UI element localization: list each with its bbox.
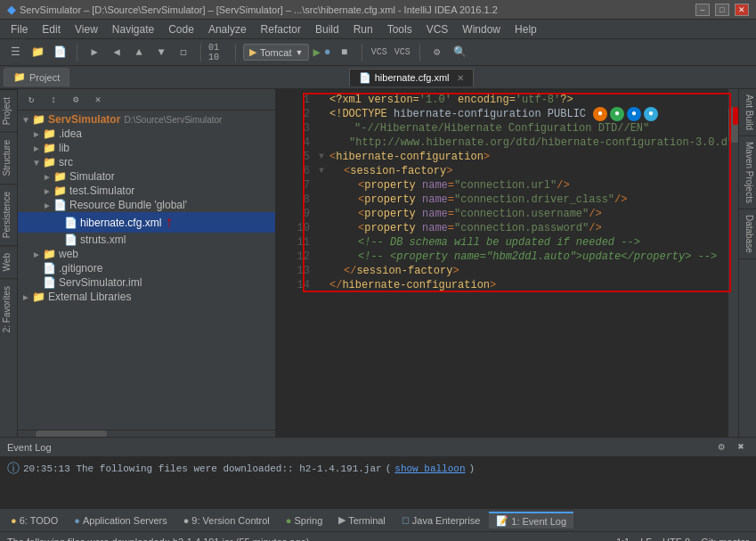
event-log-link[interactable]: show balloon — [394, 463, 465, 474]
chrome-icon: ● — [610, 107, 624, 121]
sidebar-structure-label[interactable]: Structure — [0, 132, 17, 184]
event-log-link-open: ( — [386, 463, 392, 474]
title-text: ServSimulator – [D:\Source\ServSimulator… — [20, 4, 498, 15]
sidebar-favorites-label[interactable]: 2: Favorites — [0, 278, 17, 340]
tree-web[interactable]: ► 📁 web — [18, 247, 275, 261]
toolbar-layout-icon[interactable]: 01 10 — [208, 43, 228, 62]
sidebar-web-label[interactable]: Web — [0, 245, 17, 278]
tree-root-path: D:\Source\ServSimulator — [124, 115, 222, 125]
tree-gitignore[interactable]: 📄 .gitignore — [18, 261, 275, 275]
file-tab-hibernate[interactable]: 📄 hibernate.cfg.xml ✕ — [349, 69, 474, 86]
vcs-btn-1[interactable]: VCS — [370, 43, 389, 62]
project-tab-label: Project — [29, 72, 60, 83]
toolbar-btn-5[interactable]: ◻ — [174, 43, 193, 62]
hibernate-tab-label: hibernate.cfg.xml — [375, 72, 450, 83]
tab-app-servers[interactable]: ● Application Servers — [67, 513, 174, 528]
fold-1[interactable] — [319, 93, 329, 107]
status-git: Git: master — [701, 537, 749, 542]
editor-scrollbar[interactable] — [728, 89, 738, 437]
tab-java-enterprise[interactable]: ◻ Java Enterprise — [394, 512, 487, 528]
tab-todo[interactable]: ● 6: TODO — [4, 513, 65, 528]
debug-button[interactable]: ● — [324, 45, 331, 59]
tab-version-control[interactable]: ● 9: Version Control — [176, 513, 277, 528]
settings-button[interactable]: ⚙ — [427, 43, 447, 62]
minimize-button[interactable]: – — [695, 4, 710, 16]
tab-terminal[interactable]: ▶ Terminal — [331, 512, 393, 528]
right-antbuild-label[interactable]: Ant Build — [739, 89, 756, 136]
event-log-settings[interactable]: ⚙ — [713, 439, 729, 455]
sidebar-persistence-label[interactable]: Persistence — [0, 184, 17, 245]
toolbar-btn-2[interactable]: ◀ — [107, 43, 126, 62]
tree-iml[interactable]: 📄 ServSimulator.iml — [18, 275, 275, 290]
tree-arrow-ext: ► — [21, 292, 32, 302]
tree-ext-label: External Libraries — [48, 291, 131, 303]
tree-web-label: web — [59, 248, 78, 260]
proj-settings-btn[interactable]: ⚙ — [66, 90, 85, 110]
tomcat-selector[interactable]: ▶ Tomcat ▼ — [243, 44, 309, 61]
toolbar-src-icon[interactable]: 📁 — [28, 43, 47, 62]
project-toolbar: ↻ ↕ ⚙ ✕ — [18, 89, 275, 111]
menu-help[interactable]: Help — [508, 21, 544, 37]
proj-close-btn[interactable]: ✕ — [88, 90, 108, 110]
right-maven-label[interactable]: Maven Projects — [739, 136, 756, 209]
tab-spring[interactable]: ● Spring — [279, 513, 329, 528]
toolbar-btn-1[interactable]: ▶ — [85, 43, 104, 62]
tree-src[interactable]: ▼ 📁 src — [18, 155, 275, 169]
el-icon: 📝 — [496, 515, 508, 527]
tab-terminal-label: Terminal — [348, 515, 386, 526]
coverage-button[interactable]: ■ — [335, 43, 354, 62]
menu-bar: File Edit View Navigate Code Analyze Ref… — [0, 20, 756, 39]
tree-hibernate-cfg[interactable]: 📄 hibernate.cfg.xml ↑ — [18, 212, 275, 233]
menu-run[interactable]: Run — [346, 21, 380, 37]
menu-refactor[interactable]: Refactor — [254, 21, 308, 37]
menu-vcs[interactable]: VCS — [419, 21, 456, 37]
proj-sync-btn[interactable]: ↻ — [21, 90, 41, 110]
code-line-5: 5 ▼ <hibernate-configuration> — [283, 150, 731, 164]
menu-navigate[interactable]: Navigate — [105, 21, 161, 37]
editor-content[interactable]: 1 <?xml version='1.0' encoding='utf-8'?>… — [276, 89, 738, 437]
menu-analyze[interactable]: Analyze — [201, 21, 254, 37]
folder-icon-test: 📁 — [53, 184, 67, 197]
menu-view[interactable]: View — [68, 21, 105, 37]
tree-simulator[interactable]: ► 📁 Simulator — [18, 169, 275, 184]
sidebar-project-label[interactable]: Project — [0, 89, 17, 132]
event-log-close[interactable]: ✖ — [733, 439, 749, 455]
tree-test-simulator[interactable]: ► 📁 test.Simulator — [18, 184, 275, 198]
search-button[interactable]: 🔍 — [451, 43, 470, 62]
tree-struts-label: struts.xml — [80, 234, 126, 246]
menu-edit[interactable]: Edit — [35, 21, 68, 37]
tree-rb-label: Resource Bundle 'global' — [69, 199, 187, 211]
ie-icon: ● — [627, 107, 641, 121]
menu-file[interactable]: File — [4, 21, 35, 37]
project-tab[interactable]: 📁 Project — [4, 68, 69, 86]
file-icon-struts: 📄 — [64, 234, 77, 246]
project-toolbar-icon[interactable]: ☰ — [5, 43, 25, 62]
toolbar-btn-3[interactable]: ▲ — [129, 43, 149, 62]
tomcat-dropdown-icon[interactable]: ▼ — [295, 48, 303, 57]
code-line-11: 11 <!-- DB schema will be updated if nee… — [283, 235, 731, 250]
menu-build[interactable]: Build — [308, 21, 346, 37]
project-panel: ↻ ↕ ⚙ ✕ ▼ 📁 ServSimulator D:\Source\Serv… — [18, 89, 276, 437]
tree-struts[interactable]: 📄 struts.xml — [18, 233, 275, 247]
run-button[interactable]: ▶ — [313, 45, 320, 60]
menu-code[interactable]: Code — [161, 21, 201, 37]
status-bar: The following files were downloaded:: h2… — [0, 531, 756, 541]
tree-resource-bundle[interactable]: ► 📄 Resource Bundle 'global' — [18, 198, 275, 212]
toolbar-hibernate-icon[interactable]: 📄 — [50, 43, 69, 62]
tree-root[interactable]: ▼ 📁 ServSimulator D:\Source\ServSimulato… — [18, 112, 275, 127]
vcs-btn-2[interactable]: VCS — [393, 43, 412, 62]
menu-window[interactable]: Window — [455, 21, 508, 37]
tree-lib[interactable]: ► 📁 lib — [18, 141, 275, 155]
tree-external-libs[interactable]: ► 📁 External Libraries — [18, 290, 275, 304]
menu-tools[interactable]: Tools — [380, 21, 419, 37]
toolbar-btn-4[interactable]: ▼ — [151, 43, 171, 62]
right-database-label[interactable]: Database — [739, 209, 756, 259]
close-tab-icon[interactable]: ✕ — [457, 73, 464, 83]
todo-icon: ● — [11, 515, 17, 526]
tree-idea[interactable]: ► 📁 .idea — [18, 127, 275, 141]
maximize-button[interactable]: □ — [715, 4, 729, 16]
tab-event-log[interactable]: 📝 1: Event Log — [489, 512, 573, 529]
event-log-icon: ⓘ — [7, 461, 20, 477]
proj-collapse-btn[interactable]: ↕ — [44, 90, 63, 110]
close-button[interactable]: ✕ — [735, 4, 749, 16]
